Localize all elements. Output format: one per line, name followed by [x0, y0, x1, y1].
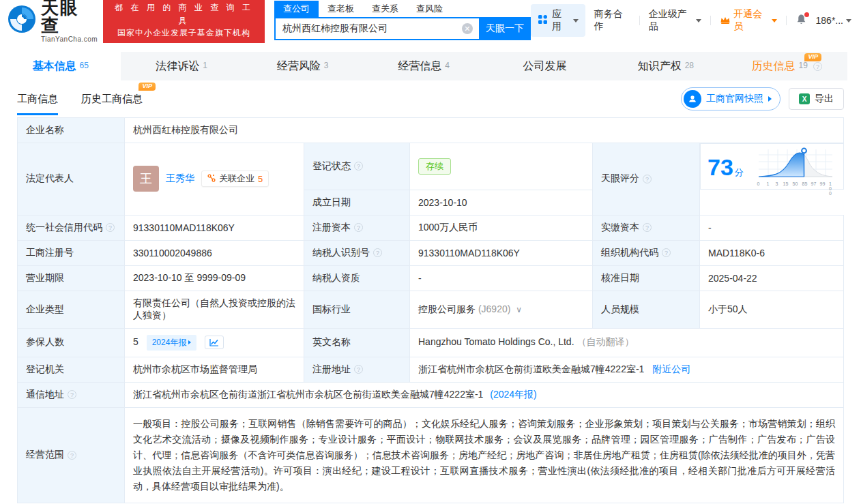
subtab-business-info[interactable]: 工商信息 — [17, 93, 58, 115]
nav-enterprise-products[interactable]: 企业级产品 — [649, 8, 702, 33]
nearby-companies-link[interactable]: 附近公司 — [652, 364, 690, 374]
field-label: 组织机构代码 — [593, 240, 700, 265]
apps-icon — [538, 14, 548, 27]
slogan-line2: 国家中小企业发展子基金旗下机构 — [109, 27, 259, 40]
chevron-down-icon — [696, 19, 701, 23]
help-icon[interactable] — [662, 248, 671, 257]
table-row: 统一社会信用代码 91330110MAD118K06Y 注册资本 1000万人民… — [18, 215, 844, 240]
tianyan-score-cell[interactable]: 73分 — [700, 143, 844, 190]
header-nav: 应用 商务合作 企业级产品 开通会员 — [531, 4, 861, 37]
divider — [786, 16, 787, 25]
tab-intellectual-property[interactable]: 知识产权28 — [605, 52, 726, 80]
tab-legal-litigation[interactable]: 法律诉讼1 — [121, 52, 242, 80]
help-icon[interactable] — [643, 175, 652, 183]
chevron-down-icon[interactable]: ∨ — [516, 305, 522, 314]
apps-menu[interactable]: 应用 — [531, 4, 585, 37]
industry-code: (J6920) — [478, 303, 510, 314]
help-icon[interactable] — [813, 62, 822, 71]
field-label: 核准日期 — [593, 265, 700, 291]
help-icon[interactable] — [354, 162, 363, 171]
chevron-down-icon — [772, 19, 777, 23]
nav-business-coop[interactable]: 商务合作 — [594, 8, 630, 33]
arrow-right-icon — [768, 96, 772, 102]
credit-code-value: 91330110MAD118K06Y — [125, 215, 304, 240]
help-icon[interactable] — [643, 223, 652, 232]
company-name-value: 杭州西红柿控股有限公司 — [125, 118, 844, 143]
search-tab-boss[interactable]: 查老板 — [319, 1, 363, 17]
slogan-line1: 都 在 用 的 商 业 查 询 工 具 — [109, 1, 259, 27]
brand-domain: TianYanCha.com — [41, 35, 98, 43]
search-button[interactable]: 天眼一下 — [479, 17, 531, 40]
org-chart-icon — [207, 174, 216, 184]
field-label: 企业名称 — [18, 118, 125, 143]
help-icon[interactable] — [354, 223, 363, 232]
help-icon[interactable] — [68, 451, 76, 460]
reg-capital-value: 1000万人民币 — [410, 215, 593, 240]
related-count: 5 — [258, 174, 263, 184]
field-label: 经营范围 — [18, 407, 125, 503]
table-row: 参保人数 5 2024年报 英文名称 Hangzhou Tomato Holdi… — [18, 328, 844, 357]
help-icon[interactable] — [68, 390, 76, 399]
user-account-menu[interactable]: 186*... — [816, 15, 851, 26]
tab-count: 3 — [324, 61, 329, 70]
established-date-value: 2023-10-10 — [410, 190, 593, 215]
status-badge: 存续 — [418, 158, 451, 175]
field-label: 实缴资本 — [593, 215, 700, 240]
search-tab-relation[interactable]: 查关系 — [363, 1, 407, 17]
export-button[interactable]: X 导出 — [789, 88, 844, 110]
reg-no-value: 330110002049886 — [125, 240, 304, 265]
table-row: 经营范围 一般项目：控股公司服务；互联网销售（除销售需要许可的商品）；文化娱乐经… — [18, 407, 844, 503]
company-type-value: 有限责任公司（自然人投资或控股的法人独资） — [125, 291, 304, 328]
divider — [710, 16, 711, 25]
related-companies-badge[interactable]: 关联企业 5 — [201, 171, 269, 187]
industry-value: 控股公司服务 (J6920) ∨ — [410, 291, 593, 328]
vip-badge: VIP — [138, 83, 156, 91]
table-row: 企业名称 杭州西红柿控股有限公司 — [18, 118, 844, 143]
field-label: 英文名称 — [304, 328, 410, 357]
field-label: 纳税人资质 — [304, 265, 410, 291]
score-value: 73 — [707, 154, 733, 180]
nav-open-vip[interactable]: 开通会员 — [720, 8, 776, 33]
notifications-bell-icon[interactable] — [796, 14, 807, 27]
trend-chart-icon[interactable] — [205, 336, 224, 349]
field-label: 国标行业 — [304, 291, 410, 328]
help-icon[interactable] — [106, 223, 115, 232]
annual-report-badge[interactable]: 2024年报 — [147, 335, 197, 351]
legal-rep-avatar[interactable]: 王 — [133, 166, 159, 192]
tab-company-development[interactable]: 公司发展 — [484, 52, 605, 80]
excel-icon: X — [799, 93, 810, 104]
tab-history-info[interactable]: VIP 历史信息19 — [727, 52, 847, 80]
tianyancha-logo[interactable]: 天眼查 TianYanCha.com — [7, 0, 98, 43]
tab-basic-info[interactable]: 基本信息65 — [0, 52, 121, 80]
official-snapshot-button[interactable]: 工商官网快照 — [681, 87, 780, 110]
staff-size-value: 小于50人 — [700, 291, 844, 328]
table-row: 工商注册号 330110002049886 纳税人识别号 91330110MAD… — [18, 240, 844, 265]
annual-report-link[interactable]: (2024年报) — [490, 389, 536, 400]
help-icon[interactable] — [373, 248, 382, 257]
tab-operation-risk[interactable]: 经营风险3 — [242, 52, 363, 80]
field-label: 纳税人识别号 — [304, 240, 410, 265]
mail-address-value: 浙江省杭州市余杭区仓前街道浙江省杭州市余杭区仓前街道欧美金融城7幢4222室-1… — [125, 382, 844, 407]
tab-count: 4 — [445, 61, 450, 70]
search-input[interactable] — [274, 17, 479, 40]
field-label: 注册地址 — [304, 357, 410, 382]
tab-count: 1 — [203, 61, 207, 70]
clear-search-icon[interactable]: ✕ — [462, 23, 473, 34]
score-unit: 分 — [735, 167, 744, 177]
tab-operation-info[interactable]: 经营信息4 — [363, 52, 484, 80]
top-header: 天眼查 TianYanCha.com 都 在 用 的 商 业 查 询 工 具 国… — [0, 0, 861, 41]
table-row: 营业期限 2023-10-10 至 9999-09-09 纳税人资质 - 核准日… — [18, 265, 844, 291]
subtab-history-business-info[interactable]: VIP 历史工商信息 — [81, 93, 143, 113]
insured-count-value: 5 2024年报 — [125, 328, 304, 357]
legal-rep-name-link[interactable]: 王秀华 — [166, 173, 194, 185]
snapshot-person-icon — [684, 90, 701, 108]
help-icon[interactable] — [354, 365, 363, 374]
search-tab-company[interactable]: 查公司 — [274, 1, 319, 17]
notification-dot — [804, 12, 809, 17]
business-term-value: 2023-10-10 至 9999-09-09 — [125, 265, 304, 291]
arrow-right-icon — [188, 340, 191, 344]
org-code-value: MAD118K0-6 — [700, 240, 844, 265]
search-tab-risk[interactable]: 查风险 — [407, 1, 452, 17]
section-tabbar: 基本信息65 法律诉讼1 经营风险3 经营信息4 公司发展 知识产权28 VIP… — [0, 52, 847, 80]
approved-date-value: 2025-04-22 — [700, 265, 844, 291]
